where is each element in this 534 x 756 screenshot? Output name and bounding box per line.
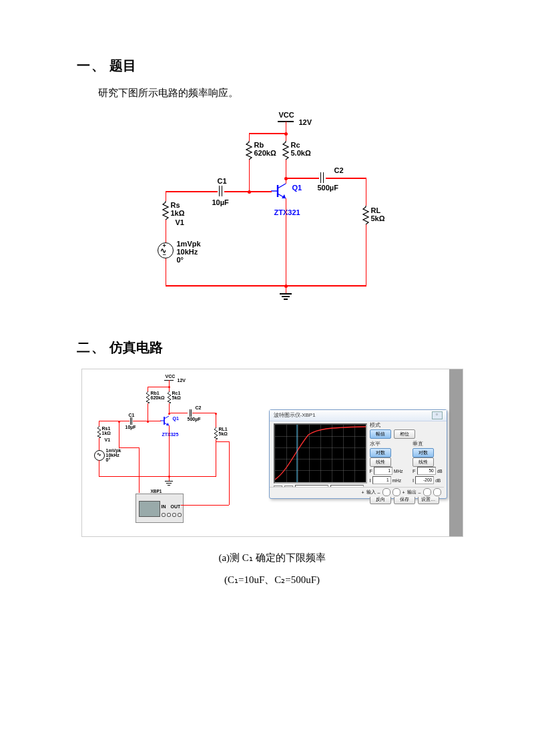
wire — [366, 178, 367, 206]
c1-value: 10µF — [212, 198, 229, 206]
vcc-value: 12V — [299, 118, 312, 126]
bode-titlebar: 波特图示仪-XBP1 ▫ — [270, 410, 447, 421]
wire — [166, 285, 366, 287]
xbp-in: IN — [162, 504, 166, 509]
bode-instrument-icon: XBP1 IN OUT — [136, 494, 184, 523]
sim-rs-value: 1kΩ — [102, 431, 111, 435]
v-f-field[interactable]: 50 — [417, 467, 436, 475]
wire — [366, 224, 367, 285]
simulation-screenshot: VCC 12V Rb1 620kΩ Rc1 5kΩ C2 500µF — [81, 369, 463, 537]
wire — [286, 133, 287, 141]
wire — [166, 191, 218, 192]
in-port-icon[interactable] — [392, 488, 400, 496]
wire — [326, 178, 366, 179]
rc-label: Rc — [291, 141, 300, 149]
sim-vcc-label: VCC — [166, 374, 176, 379]
v-axis-label: 垂直 — [413, 441, 452, 447]
sim-c1-value: 10µF — [125, 425, 136, 429]
in-port-icon[interactable] — [382, 488, 390, 496]
resistor-rc-icon — [282, 141, 289, 160]
wire — [249, 133, 287, 134]
ground-icon — [278, 293, 294, 304]
io-in-label: 输入 — [366, 489, 376, 496]
ac-source-icon: ∿ — [94, 450, 105, 461]
v1-freq: 10kHz — [177, 248, 198, 256]
rc-value: 5.0kΩ — [291, 149, 311, 157]
q1-model: ZTX321 — [274, 208, 300, 216]
q1-label: Q1 — [292, 184, 302, 192]
sim-v1-freq: 10kHz — [106, 453, 119, 457]
capacitor-c1-icon — [216, 186, 226, 196]
wire — [166, 220, 167, 242]
h-f-field[interactable]: 1 — [374, 467, 392, 475]
heading-1-title: 题目 — [109, 58, 136, 73]
sim-c2-value: 500µF — [188, 417, 201, 421]
wire — [286, 122, 287, 133]
out-port-icon[interactable] — [423, 488, 431, 496]
heading-2: 二、 仿真电路 — [77, 339, 467, 357]
caption-a-params: (C₁=10uF、C₂=500uF) — [77, 574, 467, 586]
xbp-out: OUT — [171, 504, 181, 509]
sim-c2-label: C2 — [196, 405, 202, 410]
wire — [166, 191, 167, 201]
sim-rs-label: Rs1 — [102, 426, 111, 431]
v-log-button[interactable]: 对数 — [413, 448, 434, 457]
magnitude-button[interactable]: 幅值 — [370, 429, 391, 439]
io-out-label: 输出 — [407, 489, 417, 496]
svg-line-7 — [164, 416, 169, 419]
v-i-field[interactable]: -200 — [415, 476, 434, 484]
resistor-rs-icon — [162, 201, 169, 220]
h-axis-label: 水平 — [370, 441, 409, 447]
vcc-label: VCC — [279, 111, 294, 119]
svg-line-2 — [278, 184, 286, 188]
sim-rl-value: 5kΩ — [219, 431, 228, 436]
circuit-figure: VCC 12V Rb 620kΩ Rc 5.0kΩ — [77, 112, 467, 319]
v1-label: V1 — [176, 218, 184, 226]
sim-q1-model: ZTX325 — [162, 432, 179, 437]
v1-amp: 1mVpk — [177, 240, 201, 248]
wire — [286, 198, 287, 285]
wire — [166, 258, 167, 285]
heading-2-num: 二、 — [77, 340, 106, 355]
rl-label: RL — [371, 206, 381, 214]
sim-rb-label: Rb1 — [151, 391, 160, 395]
rb-label: Rb — [254, 141, 264, 149]
c2-label: C2 — [334, 166, 344, 174]
h-i-field[interactable]: 1 — [372, 476, 391, 484]
v-lin-button[interactable]: 线性 — [413, 457, 434, 467]
caption-a: (a)测 C₁ 确定的下限频率 — [77, 552, 467, 564]
phase-button[interactable]: 相位 — [394, 429, 415, 439]
h-log-button[interactable]: 对数 — [370, 448, 391, 457]
window-restore-icon[interactable]: ▫ — [432, 411, 443, 419]
ground-icon — [164, 481, 174, 487]
h-lin-button[interactable]: 线性 — [370, 457, 391, 467]
c2-value: 500µF — [318, 184, 338, 192]
bode-title: 波特图示仪-XBP1 — [274, 410, 316, 421]
resistor-icon — [97, 426, 101, 438]
sim-rc-label: Rc1 — [172, 391, 181, 395]
transistor-q1-icon — [271, 181, 290, 201]
rs-value: 1kΩ — [171, 209, 185, 217]
rb-value: 620kΩ — [254, 149, 276, 157]
heading-2-title: 仿真电路 — [109, 340, 163, 355]
wire — [286, 285, 287, 293]
resistor-icon — [146, 391, 150, 403]
resistor-rl-icon — [362, 206, 369, 224]
circuit-diagram: VCC 12V Rb 620kΩ Rc 5.0kΩ — [149, 112, 396, 319]
v1-phase: 0° — [177, 256, 184, 264]
c1-label: C1 — [218, 177, 227, 185]
io-bar: + 输入 – + 输出 – — [270, 487, 444, 497]
out-port-icon[interactable] — [433, 488, 441, 496]
document-page: 一、 题目 研究下图所示电路的频率响应。 VCC 12V Rb 620kΩ — [0, 0, 534, 756]
sim-schematic: VCC 12V Rb1 620kΩ Rc1 5kΩ C2 500µF — [89, 375, 246, 532]
wire — [249, 191, 272, 192]
intro-text: 研究下图所示电路的频率响应。 — [98, 87, 467, 100]
sim-v1-phase: 0° — [106, 457, 111, 462]
rs-label: Rs — [171, 201, 180, 209]
ac-source-icon: + ∿ − — [158, 242, 174, 258]
xbp-label: XBP1 — [151, 489, 162, 494]
resistor-rb-icon — [246, 141, 252, 160]
bode-plot — [274, 423, 367, 484]
heading-1-num: 一、 — [77, 58, 106, 73]
wire — [284, 178, 319, 179]
